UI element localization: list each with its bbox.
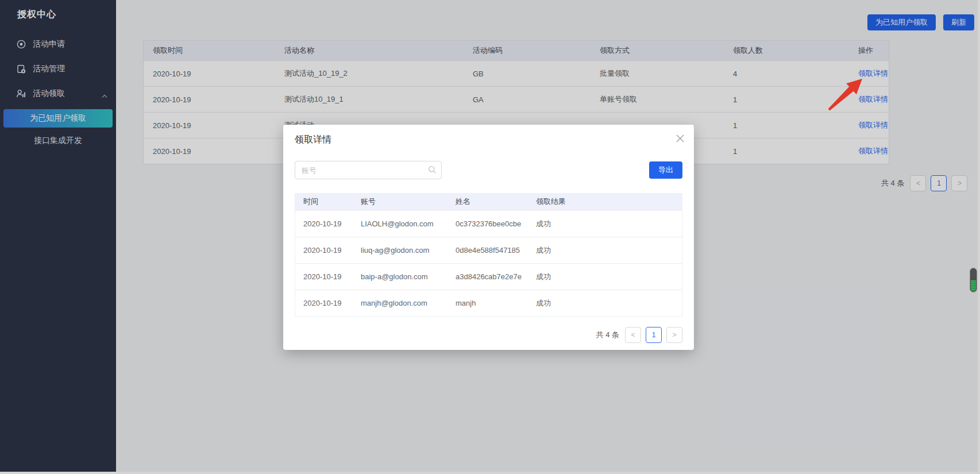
table-row: 2020-10-19 baip-a@glodon.com a3d8426cab7…: [295, 263, 682, 290]
export-button[interactable]: 导出: [649, 161, 682, 179]
account-search-box: [295, 161, 442, 179]
claim-result-cell: 成功: [528, 272, 682, 282]
prev-page-button[interactable]: <: [625, 327, 641, 343]
account-cell: manjh@glodon.com: [353, 299, 447, 307]
time-cell: 2020-10-19: [295, 299, 353, 307]
claim-detail-modal: 领取详情 导出 时间 账号 姓名 领取结果 2020-10-19: [283, 125, 694, 350]
modal-table-header-row: 时间 账号 姓名 领取结果: [295, 193, 682, 210]
name-cell: manjh: [447, 299, 528, 307]
total-count-label: 共 4 条: [596, 330, 619, 340]
modal-table-body: 2020-10-19 LIAOLH@glodon.com 0c3732376be…: [295, 210, 682, 316]
column-header: 领取结果: [528, 196, 682, 207]
column-header: 时间: [295, 196, 353, 207]
name-cell: 0d8e4e588f547185: [447, 246, 528, 255]
modal-search-row: 导出: [295, 161, 682, 179]
time-cell: 2020-10-19: [295, 272, 353, 281]
scrollbar-thumb[interactable]: [970, 268, 977, 292]
account-cell: liuq-ag@glodon.com: [353, 246, 447, 255]
claim-result-cell: 成功: [528, 219, 682, 229]
page-number-button[interactable]: 1: [646, 327, 662, 343]
modal-pagination: 共 4 条 < 1 >: [295, 327, 682, 343]
claim-result-cell: 成功: [528, 245, 682, 256]
table-row: 2020-10-19 LIAOLH@glodon.com 0c3732376be…: [295, 210, 682, 237]
claim-result-cell: 成功: [528, 298, 682, 309]
account-cell: baip-a@glodon.com: [353, 272, 447, 281]
table-row: 2020-10-19 liuq-ag@glodon.com 0d8e4e588f…: [295, 237, 682, 263]
search-icon[interactable]: [428, 165, 437, 176]
time-cell: 2020-10-19: [295, 246, 353, 255]
claim-detail-table: 时间 账号 姓名 领取结果 2020-10-19 LIAOLH@glodon.c…: [295, 193, 682, 317]
close-icon[interactable]: [674, 132, 686, 145]
name-cell: 0c3732376bee0cbe: [447, 219, 528, 228]
column-header: 账号: [353, 196, 447, 207]
name-cell: a3d8426cab7e2e7e: [447, 272, 528, 281]
annotation-arrow-icon: [819, 72, 870, 120]
account-search-input[interactable]: [295, 161, 442, 179]
account-cell: LIAOLH@glodon.com: [353, 219, 447, 228]
scroll-progress-indicator: [971, 280, 976, 291]
table-row: 2020-10-19 manjh@glodon.com manjh 成功: [295, 290, 682, 316]
column-header: 姓名: [447, 196, 528, 207]
time-cell: 2020-10-19: [295, 219, 353, 228]
modal-title: 领取详情: [295, 134, 682, 146]
next-page-button[interactable]: >: [666, 327, 682, 343]
